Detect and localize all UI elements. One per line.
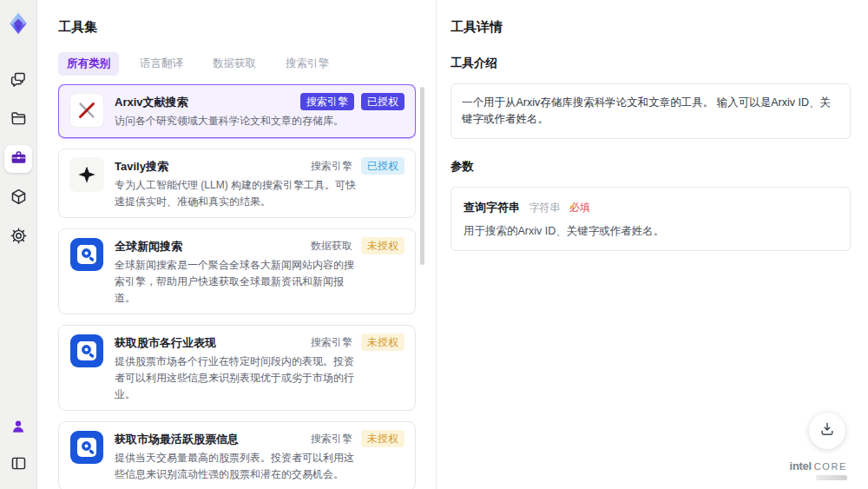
tool-title: 获取市场最活跃股票信息 xyxy=(115,432,239,447)
sparkle-icon xyxy=(69,157,104,192)
tool-card[interactable]: Arxiv文献搜索 搜索引擎 已授权 访问各个研究领域大量科学论文和文章的存储库… xyxy=(58,84,416,138)
download-icon xyxy=(819,420,836,441)
tool-category-badge: 搜索引擎 xyxy=(300,93,354,110)
tool-badges: 搜索引擎 未授权 xyxy=(302,334,404,351)
icon-rail xyxy=(0,0,37,489)
briefcase-icon xyxy=(10,149,28,170)
intro-heading: 工具介绍 xyxy=(450,56,851,71)
tab-all-categories[interactable]: 所有类别 xyxy=(58,52,119,76)
tab-language-translation[interactable]: 语言翻译 xyxy=(131,52,192,76)
intro-box: 一个用于从Arxiv存储库搜索科学论文和文章的工具。 输入可以是Arxiv ID… xyxy=(450,83,851,139)
sidebar-item-models[interactable] xyxy=(4,184,32,212)
chat-icon xyxy=(10,70,28,92)
detail-title: 工具详情 xyxy=(450,19,851,36)
tool-body: 获取股市各行业表现 搜索引擎 未授权 提供股票市场各个行业在特定时间段内的表现。… xyxy=(115,334,404,402)
tool-badges: 搜索引擎 已授权 xyxy=(302,157,404,175)
tool-category-badge: 搜索引擎 xyxy=(309,334,354,351)
app-window: 工具集 所有类别 语言翻译 数据获取 搜索引擎 Arxiv文献搜索 搜索引擎 已… xyxy=(0,0,868,489)
tool-description: 全球新闻搜索是一个聚合全球各大新闻网站内容的搜索引擎，帮助用户快速获取全球最新资… xyxy=(115,257,363,306)
tool-list-panel: 工具集 所有类别 语言翻译 数据获取 搜索引擎 Arxiv文献搜索 搜索引擎 已… xyxy=(37,0,437,489)
brand-core: core xyxy=(814,461,847,472)
tool-body: 全球新闻搜索 数据获取 未授权 全球新闻搜索是一个聚合全球各大新闻网站内容的搜索… xyxy=(115,237,404,306)
user-icon xyxy=(10,418,27,439)
sidebar-item-account[interactable] xyxy=(4,414,32,442)
tool-card[interactable]: 获取市场最活跃股票信息 搜索引擎 未授权 提供当天交易量最高的股票列表。投资者可… xyxy=(58,421,416,489)
tool-card[interactable]: 全球新闻搜索 数据获取 未授权 全球新闻搜索是一个聚合全球各大新闻网站内容的搜索… xyxy=(58,228,416,314)
params-heading: 参数 xyxy=(450,159,851,175)
tool-description: 专为人工智能代理 (LLM) 构建的搜索引擎工具。可快速提供实时、准确和真实的结… xyxy=(115,177,363,209)
category-tabs: 所有类别 语言翻译 数据获取 搜索引擎 xyxy=(58,52,436,76)
intel-core-logo: intelcore xyxy=(790,459,847,480)
tool-auth-badge: 未授权 xyxy=(361,237,404,254)
tool-description: 访问各个研究领域大量科学论文和文章的存储库。 xyxy=(115,113,363,129)
arxiv-logo-icon xyxy=(69,93,104,128)
tool-badges: 数据获取 未授权 xyxy=(302,237,404,254)
tool-detail-panel: 工具详情 工具介绍 一个用于从Arxiv存储库搜索科学论文和文章的工具。 输入可… xyxy=(437,0,868,489)
param-description: 用于搜索的Arxiv ID、关键字或作者姓名。 xyxy=(464,224,838,239)
tool-title: 获取股市各行业表现 xyxy=(115,335,216,351)
sidebar-item-files[interactable] xyxy=(4,106,32,134)
sidebar-item-tools[interactable] xyxy=(4,145,32,173)
news-search-icon xyxy=(69,237,104,272)
sidebar-item-settings[interactable] xyxy=(4,223,32,251)
tool-card[interactable]: Tavily搜索 搜索引擎 已授权 专为人工智能代理 (LLM) 构建的搜索引擎… xyxy=(58,149,416,218)
rail-bottom xyxy=(4,414,32,479)
tool-badges: 搜索引擎 已授权 xyxy=(293,93,404,110)
tool-category-badge: 搜索引擎 xyxy=(309,157,354,175)
cube-icon xyxy=(10,188,28,209)
tab-data-fetching[interactable]: 数据获取 xyxy=(204,52,265,76)
tool-card[interactable]: 获取股市各行业表现 搜索引擎 未授权 提供股票市场各个行业在特定时间段内的表现。… xyxy=(58,325,416,411)
brand-intel: intel xyxy=(790,459,812,472)
page-title: 工具集 xyxy=(58,19,436,36)
tool-list: Arxiv文献搜索 搜索引擎 已授权 访问各个研究领域大量科学论文和文章的存储库… xyxy=(58,84,416,489)
news-search-icon xyxy=(69,334,104,368)
tool-body: 获取市场最活跃股票信息 搜索引擎 未授权 提供当天交易量最高的股票列表。投资者可… xyxy=(115,430,404,482)
news-search-icon xyxy=(69,430,104,465)
tab-search-engine[interactable]: 搜索引擎 xyxy=(277,52,338,76)
app-logo-icon xyxy=(6,11,30,36)
sidebar-item-collapse[interactable] xyxy=(4,451,32,479)
tool-body: Tavily搜索 搜索引擎 已授权 专为人工智能代理 (LLM) 构建的搜索引擎… xyxy=(115,157,404,209)
tool-title: 全球新闻搜索 xyxy=(115,239,182,254)
tool-title: Arxiv文献搜索 xyxy=(115,95,188,110)
param-card: 查询字符串 字符串 必填 用于搜索的Arxiv ID、关键字或作者姓名。 xyxy=(450,187,851,251)
tool-description: 提供股票市场各个行业在特定时间段内的表现。投资者可以利用这些信息来识别表现优于或… xyxy=(115,354,363,402)
folder-icon xyxy=(10,109,28,131)
param-name: 查询字符串 xyxy=(464,201,520,214)
tool-auth-badge: 未授权 xyxy=(361,430,404,447)
tool-description: 提供当天交易量最高的股票列表。投资者可以利用这些信息来识别流动性强的股票和潜在的… xyxy=(115,450,363,482)
tool-category-badge: 搜索引擎 xyxy=(309,430,354,447)
tool-category-badge: 数据获取 xyxy=(309,237,354,254)
param-type: 字符串 xyxy=(529,202,560,214)
tool-auth-badge: 未授权 xyxy=(361,334,404,351)
gear-icon xyxy=(10,227,28,248)
tool-badges: 搜索引擎 未授权 xyxy=(302,430,404,447)
tool-auth-badge: 已授权 xyxy=(361,157,404,175)
tool-body: Arxiv文献搜索 搜索引擎 已授权 访问各个研究领域大量科学论文和文章的存储库… xyxy=(115,93,404,129)
download-button[interactable] xyxy=(809,413,845,449)
brand-sub-badge xyxy=(816,475,847,480)
tool-auth-badge: 已授权 xyxy=(361,93,404,110)
panel-toggle-icon xyxy=(10,454,28,476)
rail-nav xyxy=(4,67,32,251)
scrollbar-thumb[interactable] xyxy=(420,87,424,265)
sidebar-item-chat[interactable] xyxy=(4,67,32,95)
param-required-badge: 必填 xyxy=(569,202,590,214)
tool-title: Tavily搜索 xyxy=(115,159,168,175)
